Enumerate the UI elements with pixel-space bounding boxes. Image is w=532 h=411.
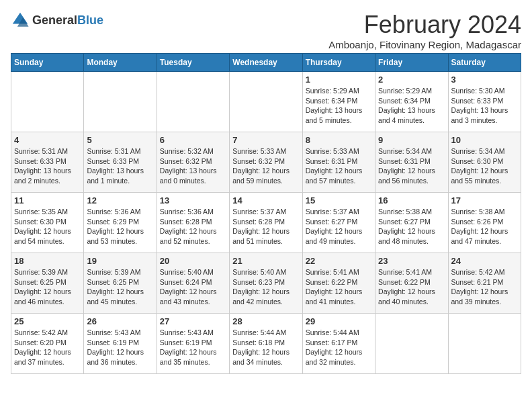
week-row-2: 4Sunrise: 5:31 AMSunset: 6:33 PMDaylight… (11, 132, 521, 193)
week-row-3: 11Sunrise: 5:35 AMSunset: 6:30 PMDayligh… (11, 193, 521, 253)
day-info: Sunrise: 5:41 AMSunset: 6:22 PMDaylight:… (306, 267, 372, 307)
day-info: Sunrise: 5:34 AMSunset: 6:30 PMDaylight:… (451, 146, 518, 186)
table-row: 24Sunrise: 5:42 AMSunset: 6:21 PMDayligh… (448, 253, 521, 314)
day-number: 1 (306, 75, 372, 85)
table-row (448, 314, 521, 374)
logo: GeneralBlue (11, 11, 103, 30)
day-number: 24 (451, 256, 518, 266)
day-number: 21 (232, 256, 299, 266)
table-row: 21Sunrise: 5:40 AMSunset: 6:23 PMDayligh… (230, 253, 302, 314)
table-row: 20Sunrise: 5:40 AMSunset: 6:24 PMDayligh… (157, 253, 229, 314)
day-number: 6 (160, 135, 226, 145)
table-row: 13Sunrise: 5:36 AMSunset: 6:28 PMDayligh… (157, 193, 229, 253)
day-number: 11 (14, 195, 81, 205)
table-row: 8Sunrise: 5:33 AMSunset: 6:31 PMDaylight… (302, 132, 375, 193)
logo-icon (11, 11, 30, 30)
day-info: Sunrise: 5:42 AMSunset: 6:20 PMDaylight:… (14, 328, 81, 367)
day-info: Sunrise: 5:31 AMSunset: 6:33 PMDaylight:… (14, 146, 81, 186)
table-row: 29Sunrise: 5:44 AMSunset: 6:17 PMDayligh… (302, 314, 375, 374)
day-info: Sunrise: 5:39 AMSunset: 6:25 PMDaylight:… (87, 267, 153, 307)
table-row: 12Sunrise: 5:36 AMSunset: 6:29 PMDayligh… (84, 193, 157, 253)
location: Amboanjo, Fitovinany Region, Madagascar (328, 39, 521, 50)
day-info: Sunrise: 5:39 AMSunset: 6:25 PMDaylight:… (14, 267, 81, 307)
table-row: 11Sunrise: 5:35 AMSunset: 6:30 PMDayligh… (11, 193, 84, 253)
day-number: 18 (14, 256, 81, 266)
day-info: Sunrise: 5:34 AMSunset: 6:31 PMDaylight:… (378, 146, 445, 186)
col-wednesday: Wednesday (230, 54, 302, 72)
day-number: 20 (160, 256, 226, 266)
table-row (11, 72, 84, 132)
col-tuesday: Tuesday (157, 54, 229, 72)
table-row: 27Sunrise: 5:43 AMSunset: 6:19 PMDayligh… (157, 314, 229, 374)
title-block: February 2024 Amboanjo, Fitovinany Regio… (328, 11, 521, 50)
table-row: 25Sunrise: 5:42 AMSunset: 6:20 PMDayligh… (11, 314, 84, 374)
table-row: 2Sunrise: 5:29 AMSunset: 6:34 PMDaylight… (375, 72, 448, 132)
day-number: 3 (451, 75, 518, 85)
day-number: 27 (160, 316, 226, 326)
col-friday: Friday (375, 54, 448, 72)
day-info: Sunrise: 5:38 AMSunset: 6:27 PMDaylight:… (378, 207, 445, 246)
month-year: February 2024 (328, 11, 521, 39)
day-number: 26 (87, 316, 153, 326)
logo-general: General (32, 13, 77, 27)
table-row: 6Sunrise: 5:32 AMSunset: 6:32 PMDaylight… (157, 132, 229, 193)
day-number: 14 (232, 195, 299, 205)
day-info: Sunrise: 5:40 AMSunset: 6:23 PMDaylight:… (232, 267, 299, 307)
col-sunday: Sunday (11, 54, 84, 72)
day-info: Sunrise: 5:40 AMSunset: 6:24 PMDaylight:… (160, 267, 226, 307)
day-info: Sunrise: 5:43 AMSunset: 6:19 PMDaylight:… (87, 328, 153, 367)
table-row: 3Sunrise: 5:30 AMSunset: 6:33 PMDaylight… (448, 72, 521, 132)
col-monday: Monday (84, 54, 157, 72)
day-number: 15 (306, 195, 372, 205)
day-number: 16 (378, 195, 445, 205)
day-info: Sunrise: 5:33 AMSunset: 6:31 PMDaylight:… (306, 146, 372, 186)
day-info: Sunrise: 5:36 AMSunset: 6:29 PMDaylight:… (87, 207, 153, 246)
day-info: Sunrise: 5:31 AMSunset: 6:33 PMDaylight:… (87, 146, 153, 186)
day-number: 7 (232, 135, 299, 145)
day-number: 5 (87, 135, 153, 145)
day-info: Sunrise: 5:43 AMSunset: 6:19 PMDaylight:… (160, 328, 226, 367)
day-info: Sunrise: 5:29 AMSunset: 6:34 PMDaylight:… (306, 86, 372, 126)
table-row: 16Sunrise: 5:38 AMSunset: 6:27 PMDayligh… (375, 193, 448, 253)
day-info: Sunrise: 5:33 AMSunset: 6:32 PMDaylight:… (232, 146, 299, 186)
day-info: Sunrise: 5:35 AMSunset: 6:30 PMDaylight:… (14, 207, 81, 246)
table-row (375, 314, 448, 374)
day-number: 13 (160, 195, 226, 205)
day-info: Sunrise: 5:37 AMSunset: 6:27 PMDaylight:… (306, 207, 372, 246)
day-number: 23 (378, 256, 445, 266)
day-number: 17 (451, 195, 518, 205)
day-number: 19 (87, 256, 153, 266)
table-row: 4Sunrise: 5:31 AMSunset: 6:33 PMDaylight… (11, 132, 84, 193)
day-info: Sunrise: 5:41 AMSunset: 6:22 PMDaylight:… (378, 267, 445, 307)
week-row-4: 18Sunrise: 5:39 AMSunset: 6:25 PMDayligh… (11, 253, 521, 314)
day-number: 8 (306, 135, 372, 145)
table-row: 14Sunrise: 5:37 AMSunset: 6:28 PMDayligh… (230, 193, 302, 253)
day-info: Sunrise: 5:30 AMSunset: 6:33 PMDaylight:… (451, 86, 518, 126)
day-number: 2 (378, 75, 445, 85)
header: GeneralBlue February 2024 Amboanjo, Fito… (11, 11, 521, 50)
day-info: Sunrise: 5:32 AMSunset: 6:32 PMDaylight:… (160, 146, 226, 186)
table-row: 7Sunrise: 5:33 AMSunset: 6:32 PMDaylight… (230, 132, 302, 193)
day-info: Sunrise: 5:42 AMSunset: 6:21 PMDaylight:… (451, 267, 518, 307)
table-row: 1Sunrise: 5:29 AMSunset: 6:34 PMDaylight… (302, 72, 375, 132)
day-info: Sunrise: 5:29 AMSunset: 6:34 PMDaylight:… (378, 86, 445, 126)
calendar-table: Sunday Monday Tuesday Wednesday Thursday… (11, 53, 521, 374)
table-row: 18Sunrise: 5:39 AMSunset: 6:25 PMDayligh… (11, 253, 84, 314)
table-row: 9Sunrise: 5:34 AMSunset: 6:31 PMDaylight… (375, 132, 448, 193)
day-info: Sunrise: 5:44 AMSunset: 6:17 PMDaylight:… (306, 328, 372, 367)
table-row: 23Sunrise: 5:41 AMSunset: 6:22 PMDayligh… (375, 253, 448, 314)
table-row (84, 72, 157, 132)
logo-blue: Blue (77, 13, 103, 27)
calendar-header-row: Sunday Monday Tuesday Wednesday Thursday… (11, 54, 521, 72)
table-row: 10Sunrise: 5:34 AMSunset: 6:30 PMDayligh… (448, 132, 521, 193)
table-row (230, 72, 302, 132)
day-number: 29 (306, 316, 372, 326)
day-number: 9 (378, 135, 445, 145)
week-row-1: 1Sunrise: 5:29 AMSunset: 6:34 PMDaylight… (11, 72, 521, 132)
col-saturday: Saturday (448, 54, 521, 72)
week-row-5: 25Sunrise: 5:42 AMSunset: 6:20 PMDayligh… (11, 314, 521, 374)
day-info: Sunrise: 5:38 AMSunset: 6:26 PMDaylight:… (451, 207, 518, 246)
day-info: Sunrise: 5:36 AMSunset: 6:28 PMDaylight:… (160, 207, 226, 246)
day-info: Sunrise: 5:37 AMSunset: 6:28 PMDaylight:… (232, 207, 299, 246)
day-info: Sunrise: 5:44 AMSunset: 6:18 PMDaylight:… (232, 328, 299, 367)
